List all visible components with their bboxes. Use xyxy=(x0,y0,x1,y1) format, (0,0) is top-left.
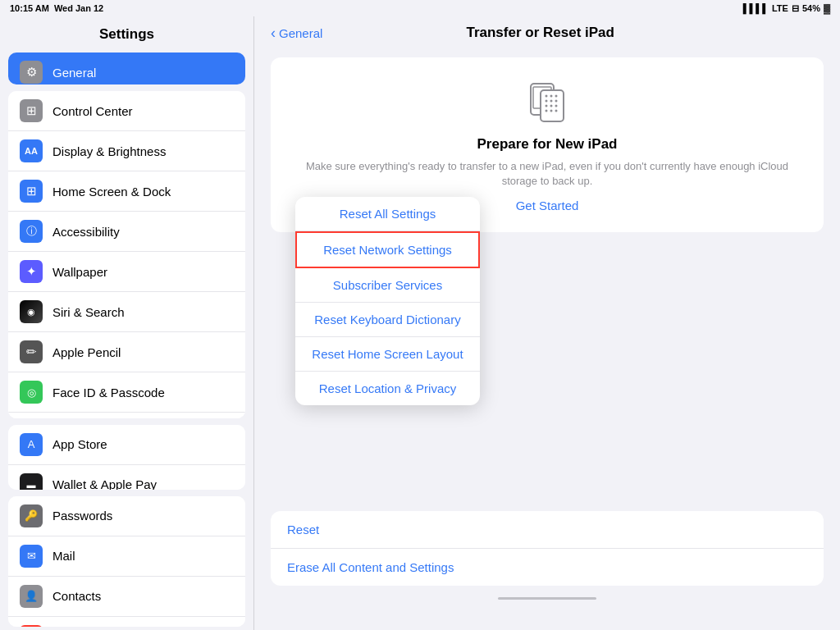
back-chevron-icon: ‹ xyxy=(271,25,276,40)
sidebar-item-face-id-label: Face ID & Passcode xyxy=(52,386,165,399)
subscriber-services-option[interactable]: Subscriber Services xyxy=(295,268,480,303)
status-time: 10:15 AM xyxy=(10,3,49,13)
siri-icon: ◉ xyxy=(20,300,43,323)
detail-pane: ‹ General Transfer or Reset iPad xyxy=(254,16,840,630)
sidebar-item-contacts[interactable]: 👤 Contacts xyxy=(8,577,245,617)
sidebar-item-wallet-label: Wallet & Apple Pay xyxy=(52,477,157,490)
svg-point-12 xyxy=(546,110,548,112)
battery-bar: ▓ xyxy=(824,3,830,13)
svg-point-5 xyxy=(555,95,558,98)
signal-icon: ▌▌▌▌ xyxy=(743,3,769,13)
sidebar-item-home-screen-label: Home Screen & Dock xyxy=(52,185,171,199)
reset-dropdown: Reset All Settings Reset Network Setting… xyxy=(295,197,480,405)
svg-point-4 xyxy=(550,95,553,98)
sidebar-item-mail-label: Mail xyxy=(52,549,75,563)
sidebar-item-calendar[interactable]: 📅 Calendar xyxy=(8,617,245,627)
sidebar-item-wallpaper[interactable]: ✦ Wallpaper xyxy=(8,252,245,292)
sidebar-item-siri[interactable]: ◉ Siri & Search xyxy=(8,292,245,332)
back-label: General xyxy=(279,26,322,40)
sidebar-item-control-center-label: Control Center xyxy=(52,104,133,118)
new-ipad-icon xyxy=(523,77,572,126)
home-screen-icon: ⊞ xyxy=(20,180,43,203)
reset-all-settings-option[interactable]: Reset All Settings xyxy=(295,197,480,231)
reset-location-privacy-option[interactable]: Reset Location & Privacy xyxy=(295,372,480,405)
wallet-icon: ▬ xyxy=(20,473,43,490)
sidebar-item-general-label: General xyxy=(52,66,96,80)
sidebar-item-app-store-label: App Store xyxy=(52,437,107,451)
svg-point-3 xyxy=(546,95,548,98)
general-icon: ⚙ xyxy=(20,61,43,84)
svg-point-7 xyxy=(550,100,553,103)
sidebar-item-accessibility-label: Accessibility xyxy=(52,225,120,239)
reset-button[interactable]: Reset xyxy=(271,511,824,549)
svg-point-11 xyxy=(555,105,558,107)
accessibility-icon: ⓘ xyxy=(20,220,43,243)
status-time-date: 10:15 AM Wed Jan 12 xyxy=(10,3,103,13)
sidebar-item-wallpaper-label: Wallpaper xyxy=(52,265,107,279)
network-icon: LTE xyxy=(772,3,788,13)
sidebar-item-face-id[interactable]: ◎ Face ID & Passcode xyxy=(8,372,245,413)
calendar-icon: 📅 xyxy=(20,625,43,627)
wallpaper-icon: ✦ xyxy=(20,260,43,283)
status-date: Wed Jan 12 xyxy=(54,3,103,13)
sidebar-item-wallet[interactable]: ▬ Wallet & Apple Pay xyxy=(8,465,245,490)
svg-point-14 xyxy=(555,110,558,112)
reset-network-settings-option[interactable]: Reset Network Settings xyxy=(295,231,480,268)
sidebar-item-siri-label: Siri & Search xyxy=(52,305,125,319)
detail-title: Transfer or Reset iPad xyxy=(322,25,758,41)
sidebar-item-contacts-label: Contacts xyxy=(52,589,101,603)
sidebar: Settings ⚙ General ⊞ Control Center AA D… xyxy=(0,16,254,630)
sidebar-item-display-brightness[interactable]: AA Display & Brightness xyxy=(8,131,245,171)
back-button[interactable]: ‹ General xyxy=(271,25,322,40)
contacts-icon: 👤 xyxy=(20,585,43,608)
sidebar-item-display-label: Display & Brightness xyxy=(52,144,166,158)
status-indicators: ▌▌▌▌ LTE ⊟ 54% ▓ xyxy=(743,3,830,14)
sidebar-section-2: ⊞ Control Center AA Display & Brightness… xyxy=(8,91,245,418)
reset-home-screen-layout-option[interactable]: Reset Home Screen Layout xyxy=(295,337,480,372)
sidebar-section-1: ⚙ General xyxy=(8,52,245,84)
sidebar-item-app-store[interactable]: A App Store xyxy=(8,425,245,465)
status-bar: 10:15 AM Wed Jan 12 ▌▌▌▌ LTE ⊟ 54% ▓ xyxy=(0,0,840,16)
reset-keyboard-dictionary-option[interactable]: Reset Keyboard Dictionary xyxy=(295,303,480,337)
sidebar-item-general[interactable]: ⚙ General xyxy=(8,52,245,84)
scroll-indicator xyxy=(498,597,596,600)
sidebar-item-passwords-label: Passwords xyxy=(52,509,112,523)
sidebar-item-control-center[interactable]: ⊞ Control Center xyxy=(8,91,245,131)
sidebar-item-home-screen[interactable]: ⊞ Home Screen & Dock xyxy=(8,171,245,212)
svg-point-13 xyxy=(550,110,553,112)
prepare-description: Make sure everything's ready to transfer… xyxy=(287,159,807,189)
passwords-icon: 🔑 xyxy=(20,504,43,527)
sidebar-section-3: A App Store ▬ Wallet & Apple Pay xyxy=(8,425,245,490)
svg-point-10 xyxy=(550,105,553,107)
apple-pencil-icon: ✏ xyxy=(20,340,43,363)
battery-icon: ⊟ xyxy=(792,3,799,14)
battery-percent: 54% xyxy=(802,3,820,13)
face-id-icon: ◎ xyxy=(20,381,43,404)
bottom-reset-card: Reset Erase All Content and Settings xyxy=(271,511,824,586)
svg-point-6 xyxy=(546,100,548,103)
detail-header: ‹ General Transfer or Reset iPad xyxy=(254,16,840,49)
sidebar-item-apple-pencil[interactable]: ✏ Apple Pencil xyxy=(8,332,245,372)
sidebar-item-apple-pencil-label: Apple Pencil xyxy=(52,345,121,359)
sidebar-item-mail[interactable]: ✉ Mail xyxy=(8,536,245,577)
erase-all-button[interactable]: Erase All Content and Settings xyxy=(271,549,824,586)
control-center-icon: ⊞ xyxy=(20,99,43,122)
sidebar-item-passwords[interactable]: 🔑 Passwords xyxy=(8,496,245,536)
mail-icon: ✉ xyxy=(20,545,43,568)
sidebar-item-battery[interactable]: ⚡ Battery xyxy=(8,413,245,418)
svg-point-9 xyxy=(546,105,548,107)
sidebar-section-4: 🔑 Passwords ✉ Mail 👤 Contacts 📅 Calendar xyxy=(8,496,245,627)
display-icon: AA xyxy=(20,139,43,162)
svg-point-8 xyxy=(555,100,558,103)
sidebar-title: Settings xyxy=(0,16,253,49)
app-store-icon: A xyxy=(20,433,43,456)
sidebar-item-accessibility[interactable]: ⓘ Accessibility xyxy=(8,212,245,252)
prepare-title: Prepare for New iPad xyxy=(287,136,807,153)
